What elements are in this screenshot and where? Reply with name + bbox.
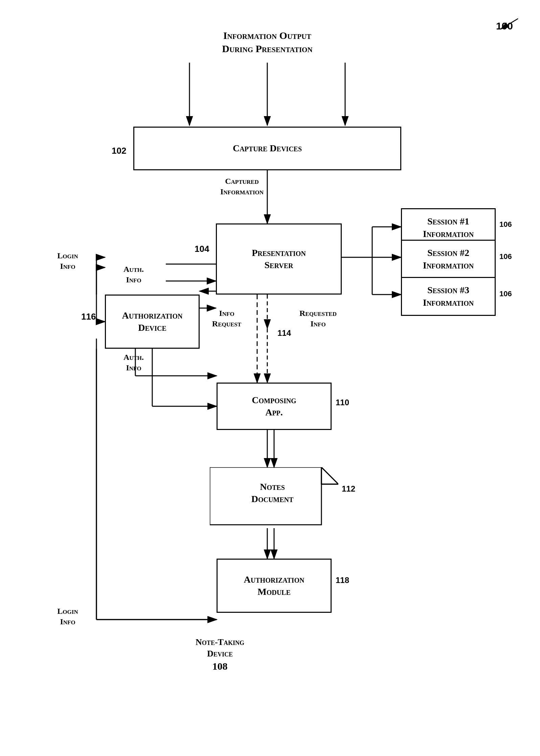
notes-document-label: Notes Document [217, 481, 328, 505]
session1-label: Session #1 Information [423, 215, 474, 240]
ref-102: 102 [112, 146, 126, 156]
composing-app-box: Composing App. [217, 383, 332, 430]
ref-104: 104 [195, 244, 209, 254]
captured-info-label: Captured Information [205, 176, 279, 197]
capture-devices-box: Capture Devices [133, 127, 401, 170]
requested-info-label: RequestedInfo [284, 308, 352, 329]
svg-line-27 [502, 19, 518, 29]
composing-app-label: Composing App. [252, 394, 296, 419]
note-taking-device-label: Note-Taking Device 108 [169, 636, 271, 673]
ref-106-3: 106 [499, 289, 512, 298]
login-info-top-label: LoginInfo [44, 251, 91, 272]
ref-114: 114 [277, 328, 291, 338]
session3-label: Session #3 Information [423, 284, 474, 309]
session2-label: Session #2 Information [423, 247, 474, 272]
ref-116: 116 [81, 311, 96, 322]
authorization-device-label: Authorization Device [122, 309, 183, 334]
presentation-server-box: Presentation Server [216, 223, 342, 295]
auth-info-top-label: Auth. Info [112, 264, 156, 285]
authorization-device-box: Authorization Device [105, 295, 200, 349]
diagram: 100 Information Output During Presentati… [0, 0, 540, 756]
capture-devices-label: Capture Devices [233, 142, 302, 154]
login-info-bottom-label: LoginInfo [44, 606, 91, 627]
session2-box: Session #2 Information [401, 240, 496, 279]
presentation-server-label: Presentation Server [252, 247, 306, 272]
session3-box: Session #3 Information [401, 277, 496, 316]
authorization-module-label: Authorization Module [244, 574, 305, 598]
ref-112: 112 [342, 484, 355, 494]
ref-106-2: 106 [499, 252, 512, 261]
ref-118: 118 [336, 576, 349, 585]
top-label: Information Output During Presentation [135, 29, 399, 55]
info-request-label: InfoRequest [200, 308, 254, 329]
ref-106-1: 106 [499, 220, 512, 229]
ref-110: 110 [336, 398, 349, 407]
authorization-module-box: Authorization Module [217, 559, 332, 613]
auth-info-bottom-label: Auth. Info [112, 352, 156, 373]
figure-arrow [494, 15, 521, 32]
